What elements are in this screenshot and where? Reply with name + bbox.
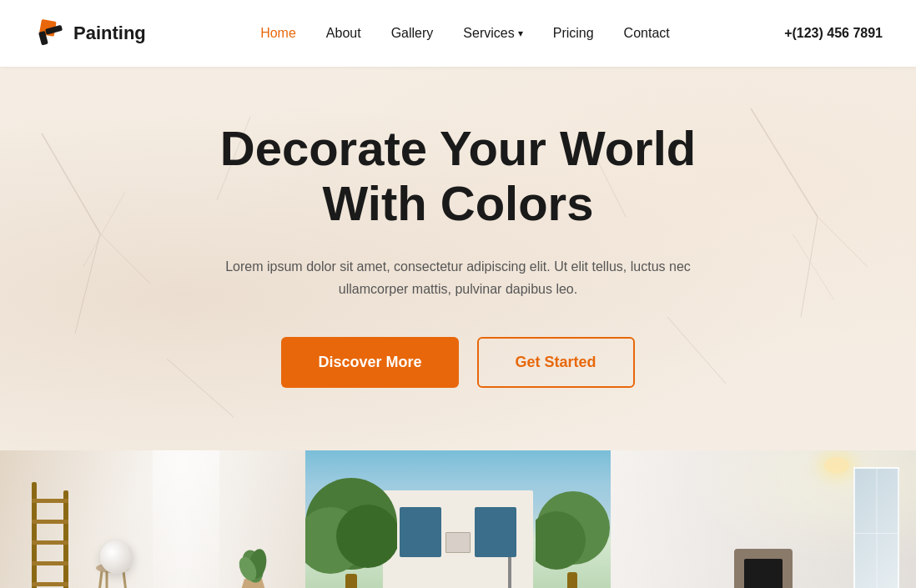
phone-number: +(123) 456 7891 [784,26,883,41]
svg-line-24 [123,571,127,588]
gallery-item-2 [305,450,611,588]
nav-link-about[interactable]: About [326,26,361,40]
hero-buttons: Discover More Get Started [281,337,634,388]
fireplace-decoration [734,549,793,588]
ladder-icon [25,482,75,588]
hero-title-line2: With Colors [323,176,594,230]
chandelier-decoration [824,457,849,474]
svg-line-12 [793,234,834,300]
window-light [153,450,219,588]
hero-title-line1: Decorate Your World [220,121,696,175]
svg-line-8 [818,217,868,267]
gallery-strip [0,450,916,588]
logo-icon [33,18,65,49]
gallery-item-3 [611,450,916,588]
gallery-room-1 [0,450,305,588]
hero-subtitle: Lorem ipsum dolor sit amet, consectetur … [216,255,700,300]
svg-rect-16 [63,490,68,588]
nav-item-about[interactable]: About [326,26,361,41]
svg-line-9 [167,359,234,417]
svg-rect-17 [32,499,68,503]
svg-line-5 [100,234,150,284]
chevron-down-icon: ▾ [518,28,523,39]
logo-link[interactable]: Painting [33,18,146,49]
svg-rect-32 [345,574,357,588]
svg-rect-19 [32,540,68,545]
svg-rect-18 [32,520,68,524]
window-divider-v [855,533,898,534]
nav-item-services[interactable]: Services ▾ [463,26,522,41]
window-decoration [853,467,899,588]
svg-line-23 [98,571,102,588]
svg-rect-35 [567,572,577,588]
svg-line-7 [801,217,818,317]
nav-item-gallery[interactable]: Gallery [391,26,434,41]
tree-right-icon [536,474,611,588]
gallery-item-1 [0,450,305,588]
nav-item-contact[interactable]: Contact [624,26,670,41]
nav-link-home[interactable]: Home [260,26,296,40]
hero-section: Decorate Your World With Colors Lorem ip… [0,67,916,450]
nav-link-pricing[interactable]: Pricing [553,26,594,40]
svg-line-10 [667,317,726,384]
nav-item-home[interactable]: Home [260,26,296,41]
gallery-room-3 [611,450,916,588]
nav-links: Home About Gallery Services ▾ Pricing Co… [260,26,670,41]
svg-rect-21 [32,582,68,586]
discover-more-button[interactable]: Discover More [281,337,458,388]
gallery-room-2 [305,450,611,588]
decorative-orb [100,540,133,574]
svg-line-4 [75,234,100,334]
get-started-button[interactable]: Get Started [477,337,635,388]
nav-link-contact[interactable]: Contact [624,26,670,40]
svg-point-31 [336,505,397,568]
tree-left-icon [305,457,397,588]
logo-text: Painting [73,23,146,44]
svg-rect-20 [32,561,68,565]
nav-link-services[interactable]: Services [463,26,514,41]
svg-line-11 [83,192,125,267]
building-door [445,532,471,553]
window-divider-h [876,469,877,588]
svg-line-6 [751,108,818,217]
nav-link-gallery[interactable]: Gallery [391,26,434,40]
hero-title: Decorate Your World With Colors [220,121,696,232]
svg-line-3 [42,133,100,234]
nav-item-pricing[interactable]: Pricing [553,26,594,41]
plant-decoration [234,529,272,588]
street-sign [508,557,511,588]
svg-rect-15 [32,482,37,588]
navbar: Painting Home About Gallery Services ▾ P… [0,0,916,67]
